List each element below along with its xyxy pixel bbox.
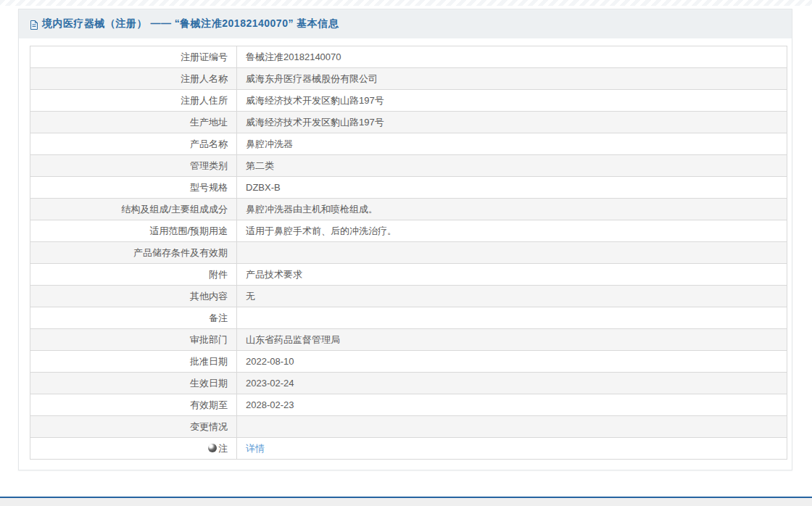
table-row: 其他内容无 xyxy=(30,286,787,307)
note-sphere-icon xyxy=(208,444,217,452)
row-label: 批准日期 xyxy=(30,351,237,373)
table-row: 适用范围/预期用途适用于鼻腔手术前、后的冲洗治疗。 xyxy=(30,220,787,242)
row-value: 2028-02-23 xyxy=(237,394,787,416)
row-label: 管理类别 xyxy=(30,155,237,177)
table-row: 批准日期2022-08-10 xyxy=(30,351,787,373)
row-label: 审批部门 xyxy=(30,329,237,351)
info-table: 注册证编号鲁械注准20182140070注册人名称威海东舟医疗器械股份有限公司注… xyxy=(30,46,787,460)
row-value: 2023-02-24 xyxy=(237,373,787,394)
row-value: 详情 xyxy=(237,438,787,460)
detail-panel: 境内医疗器械（注册） —— “鲁械注准20182140070” 基本信息 注册证… xyxy=(18,9,792,470)
row-value: 第二类 xyxy=(237,155,787,177)
table-row: 变更情况 xyxy=(30,416,787,438)
row-value: 威海东舟医疗器械股份有限公司 xyxy=(237,68,787,90)
panel-body: 注册证编号鲁械注准20182140070注册人名称威海东舟医疗器械股份有限公司注… xyxy=(19,38,792,470)
row-label: 附件 xyxy=(30,264,237,286)
row-label: 其他内容 xyxy=(30,286,237,307)
footer-bar xyxy=(0,497,812,506)
row-value: 鲁械注准20182140070 xyxy=(237,46,787,68)
table-row: 产品名称鼻腔冲洗器 xyxy=(30,133,787,155)
table-row: 审批部门山东省药品监督管理局 xyxy=(30,329,787,351)
row-label: 注册人名称 xyxy=(30,68,237,90)
row-label: 结构及组成/主要组成成分 xyxy=(30,199,237,220)
row-value: 适用于鼻腔手术前、后的冲洗治疗。 xyxy=(237,220,787,242)
row-value: 2022-08-10 xyxy=(237,351,787,373)
row-label: 注册人住所 xyxy=(30,90,237,112)
table-row: 有效期至2028-02-23 xyxy=(30,394,787,416)
page-title: 境内医疗器械（注册） —— “鲁械注准20182140070” 基本信息 xyxy=(42,17,339,30)
row-value: 无 xyxy=(237,286,787,307)
row-value: 威海经济技术开发区豹山路197号 xyxy=(237,112,787,133)
row-label: 产品名称 xyxy=(30,133,237,155)
row-value: 山东省药品监督管理局 xyxy=(237,329,787,351)
row-label: 生产地址 xyxy=(30,112,237,133)
table-row: 型号规格DZBX-B xyxy=(30,177,787,199)
row-value: 鼻腔冲洗器由主机和喷枪组成。 xyxy=(237,199,787,220)
row-value: DZBX-B xyxy=(237,177,787,199)
table-row: 附件产品技术要求 xyxy=(30,264,787,286)
info-table-body: 注册证编号鲁械注准20182140070注册人名称威海东舟医疗器械股份有限公司注… xyxy=(30,46,787,460)
document-icon xyxy=(29,20,39,30)
table-row: 注册人住所威海经济技术开发区豹山路197号 xyxy=(30,90,787,112)
row-label: 产品储存条件及有效期 xyxy=(30,242,237,264)
row-label: 生效日期 xyxy=(30,373,237,394)
top-decor-bar xyxy=(0,0,812,6)
row-label: 注册证编号 xyxy=(30,46,237,68)
row-label: 适用范围/预期用途 xyxy=(30,220,237,242)
row-label-text: 注 xyxy=(218,443,228,454)
row-value xyxy=(237,416,787,438)
table-row: 结构及组成/主要组成成分鼻腔冲洗器由主机和喷枪组成。 xyxy=(30,199,787,220)
row-value: 鼻腔冲洗器 xyxy=(237,133,787,155)
table-row: 注册人名称威海东舟医疗器械股份有限公司 xyxy=(30,68,787,90)
table-row: 生产地址威海经济技术开发区豹山路197号 xyxy=(30,112,787,133)
table-row: 备注 xyxy=(30,307,787,329)
table-row: 注详情 xyxy=(30,438,787,460)
table-row: 产品储存条件及有效期 xyxy=(30,242,787,264)
row-value xyxy=(237,307,787,329)
row-value: 产品技术要求 xyxy=(237,264,787,286)
row-label: 型号规格 xyxy=(30,177,237,199)
row-label: 有效期至 xyxy=(30,394,237,416)
row-label: 变更情况 xyxy=(30,416,237,438)
table-row: 生效日期2023-02-24 xyxy=(30,373,787,394)
table-row: 注册证编号鲁械注准20182140070 xyxy=(30,46,787,68)
row-value: 威海经济技术开发区豹山路197号 xyxy=(237,90,787,112)
detail-link[interactable]: 详情 xyxy=(246,443,265,454)
row-label: 备注 xyxy=(30,307,237,329)
row-value xyxy=(237,242,787,264)
row-label: 注 xyxy=(30,438,237,460)
table-row: 管理类别第二类 xyxy=(30,155,787,177)
panel-header: 境内医疗器械（注册） —— “鲁械注准20182140070” 基本信息 xyxy=(19,9,792,38)
